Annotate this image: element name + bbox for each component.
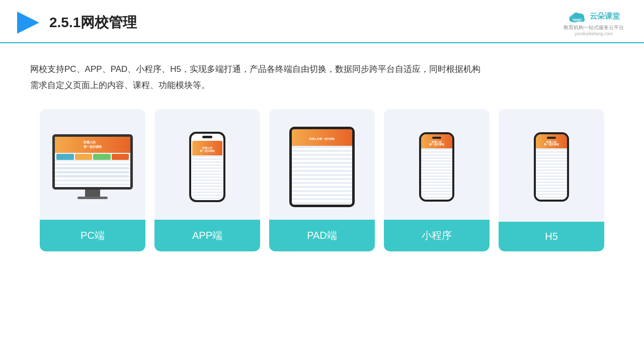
svg-marker-0 xyxy=(17,12,39,34)
svg-rect-4 xyxy=(570,18,585,22)
card-h5-image: 职通人的第一堂归课程 xyxy=(499,109,604,220)
tablet-pad-icon: 职通人的第一堂归课程 xyxy=(289,127,355,207)
card-pc-label: PC端 xyxy=(40,220,145,251)
play-icon xyxy=(15,10,41,36)
page-title: 2.5.1网校管理 xyxy=(49,13,137,32)
card-app-label: APP端 xyxy=(154,220,260,251)
logo-cloud: 云朵课堂 xyxy=(568,9,620,23)
card-h5-label: H5 xyxy=(499,222,604,251)
card-pad-label: PAD端 xyxy=(269,220,375,251)
card-pc-image: 职通人的第一堂归课程 xyxy=(40,109,145,220)
card-pc: 职通人的第一堂归课程 xyxy=(40,109,145,251)
card-app: 职通人的第一堂归课程 xyxy=(154,109,260,251)
pc-monitor-icon: 职通人的第一堂归课程 xyxy=(52,134,133,199)
description-text: 网校支持PC、APP、PAD、小程序、H5，实现多端打通，产品各终端自由切换，数… xyxy=(30,61,614,77)
phone-h5-icon: 职通人的第一堂归课程 xyxy=(534,132,569,202)
card-miniprogram-label: 小程序 xyxy=(384,220,490,251)
phone-miniprogram-icon: 职通人的第一堂归课程 xyxy=(419,132,454,202)
logo-url: yunduoketang.com xyxy=(575,31,613,36)
card-pad-image: 职通人的第一堂归课程 xyxy=(269,109,375,220)
card-app-image: 职通人的第一堂归课程 xyxy=(154,109,260,220)
cloud-logo-icon xyxy=(568,9,587,23)
card-h5: 职通人的第一堂归课程 H5 xyxy=(499,109,604,251)
card-miniprogram: 职通人的第一堂归课程 小程序 xyxy=(384,109,490,251)
description: 网校支持PC、APP、PAD、小程序、H5，实现多端打通，产品各终端自由切换，数… xyxy=(0,43,644,104)
card-miniprogram-image: 职通人的第一堂归课程 xyxy=(384,109,490,220)
cards-section: 职通人的第一堂归课程 xyxy=(0,104,644,251)
header-left: 2.5.1网校管理 xyxy=(15,10,137,36)
logo-text: 云朵课堂 xyxy=(590,12,620,21)
description-text-2: 需求自定义页面上的内容、课程、功能模块等。 xyxy=(30,77,614,94)
card-pad: 职通人的第一堂归课程 xyxy=(269,109,375,251)
header: 2.5.1网校管理 云朵课堂 教育机构一站式服务云平台 yunduoketang… xyxy=(0,0,644,43)
logo-tagline: 教育机构一站式服务云平台 xyxy=(564,24,624,31)
phone-app-icon: 职通人的第一堂归课程 xyxy=(189,132,225,202)
logo-area: 云朵课堂 教育机构一站式服务云平台 yunduoketang.com xyxy=(564,9,624,36)
